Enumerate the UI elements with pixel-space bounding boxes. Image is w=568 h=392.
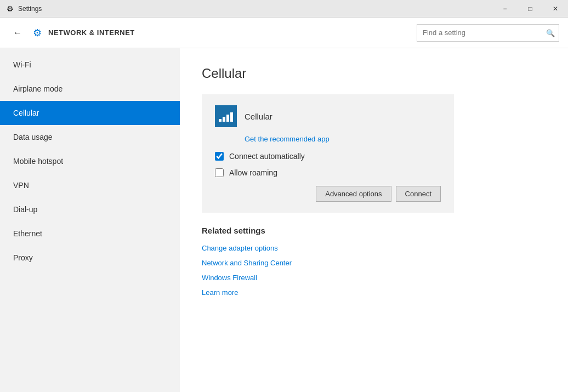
- titlebar-left: ⚙ Settings: [7, 4, 42, 13]
- settings-icon: ⚙: [7, 4, 14, 13]
- connect-automatically-row: Connect automatically: [215, 152, 441, 161]
- app-title: NETWORK & INTERNET: [48, 29, 135, 37]
- signal-bar-4: [230, 112, 233, 122]
- search-icon: 🔍: [546, 29, 555, 37]
- sidebar-item-dial-up[interactable]: Dial-up: [0, 197, 180, 221]
- sidebar-item-ethernet[interactable]: Ethernet: [0, 221, 180, 246]
- button-row: Advanced options Connect: [215, 186, 441, 202]
- network-sharing-link[interactable]: Network and Sharing Center: [202, 259, 546, 267]
- windows-firewall-link[interactable]: Windows Firewall: [202, 274, 546, 282]
- signal-bar-2: [223, 117, 225, 122]
- sidebar-item-airplane[interactable]: Airplane mode: [0, 77, 180, 101]
- cellular-header: Cellular: [215, 105, 441, 127]
- signal-bar-1: [219, 119, 221, 122]
- titlebar: ⚙ Settings − □ ✕: [0, 0, 568, 18]
- sidebar-item-cellular[interactable]: Cellular: [0, 101, 180, 125]
- related-settings-title: Related settings: [202, 226, 546, 235]
- connect-automatically-checkbox[interactable]: [215, 152, 224, 161]
- allow-roaming-label: Allow roaming: [229, 168, 277, 177]
- page-title: Cellular: [202, 66, 546, 81]
- app-body: ← ⚙ NETWORK & INTERNET 🔍 Wi-Fi Airplane …: [0, 18, 568, 392]
- related-settings: Related settings Change adapter options …: [202, 226, 546, 297]
- maximize-button[interactable]: □: [518, 0, 543, 18]
- app-icon-gear: ⚙: [33, 27, 42, 39]
- app-header: ← ⚙ NETWORK & INTERNET 🔍: [0, 18, 568, 48]
- main-content: Cellular C: [180, 48, 568, 392]
- titlebar-title: Settings: [18, 5, 42, 13]
- sidebar-item-proxy[interactable]: Proxy: [0, 246, 180, 270]
- search-area: 🔍: [417, 24, 559, 42]
- recommended-app-link[interactable]: Get the recommended app: [245, 135, 441, 143]
- sidebar-item-vpn[interactable]: VPN: [0, 173, 180, 197]
- sidebar: Wi-Fi Airplane mode Cellular Data usage …: [0, 48, 180, 392]
- sidebar-item-data-usage[interactable]: Data usage: [0, 125, 180, 149]
- cellular-card: Cellular Get the recommended app Connect…: [202, 94, 454, 213]
- signal-bars-icon: [219, 111, 233, 122]
- learn-more-link[interactable]: Learn more: [202, 288, 546, 297]
- connect-automatically-label: Connect automatically: [229, 152, 305, 161]
- connect-button[interactable]: Connect: [396, 186, 441, 202]
- cellular-name: Cellular: [245, 112, 272, 121]
- sidebar-item-mobile-hotspot[interactable]: Mobile hotspot: [0, 149, 180, 173]
- allow-roaming-checkbox[interactable]: [215, 168, 224, 177]
- close-button[interactable]: ✕: [543, 0, 568, 18]
- minimize-button[interactable]: −: [492, 0, 518, 18]
- window: ⚙ Settings − □ ✕ ← ⚙ NETWORK & INTERNET …: [0, 0, 568, 392]
- signal-bar-3: [226, 115, 229, 122]
- content-wrapper: Wi-Fi Airplane mode Cellular Data usage …: [0, 48, 568, 392]
- allow-roaming-row: Allow roaming: [215, 168, 441, 177]
- search-input[interactable]: [417, 24, 559, 42]
- back-button[interactable]: ←: [9, 24, 26, 42]
- titlebar-controls: − □ ✕: [492, 0, 568, 18]
- cellular-icon: [215, 105, 237, 127]
- sidebar-item-wifi[interactable]: Wi-Fi: [0, 53, 180, 77]
- change-adapter-link[interactable]: Change adapter options: [202, 244, 546, 252]
- advanced-options-button[interactable]: Advanced options: [316, 186, 391, 202]
- search-wrapper: 🔍: [417, 24, 559, 42]
